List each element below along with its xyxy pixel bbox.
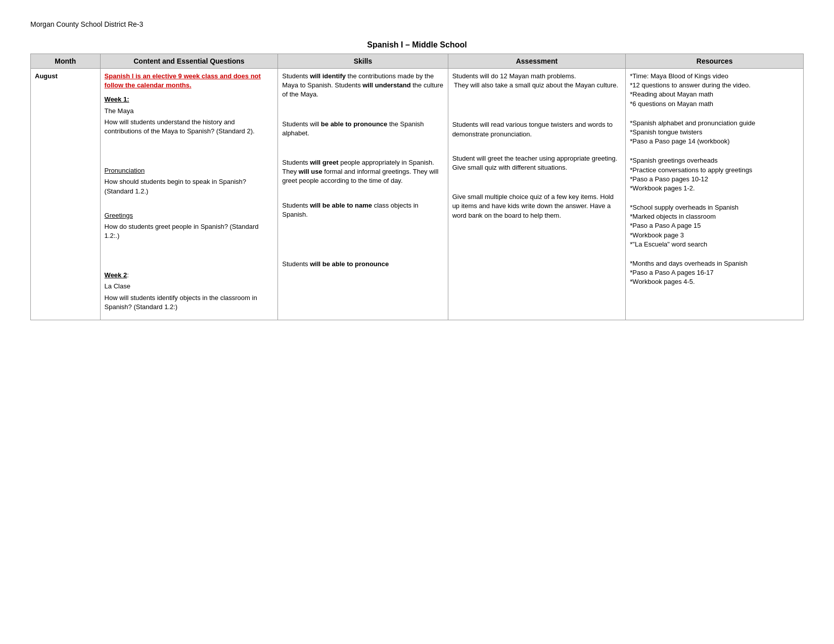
- assessment-block-2: Students will read various tongue twiste…: [452, 120, 622, 138]
- assessment-block-3: Student will greet the teacher using app…: [452, 154, 622, 172]
- course-title: Spanish I – Middle School: [30, 40, 804, 49]
- curriculum-table: Month Content and Essential Questions Sk…: [30, 54, 804, 320]
- topic-maya: The Maya: [105, 107, 274, 116]
- month-cell: August: [31, 69, 101, 320]
- content-week1: Week 1: The Maya How will students under…: [105, 95, 274, 136]
- resources-block-5: *Months and days overheads in Spanish*Pa…: [630, 259, 799, 287]
- content-cell: Spanish I is an elective 9 week class an…: [100, 69, 278, 320]
- month-label: August: [35, 72, 58, 80]
- header-assessment: Assessment: [448, 54, 626, 69]
- assessment-block-4: Give small multiple choice quiz of a few…: [452, 192, 622, 220]
- resources-block-1: *Time: Maya Blood of Kings video*12 ques…: [630, 72, 799, 109]
- skills-block-1: Students will identify the contributions…: [282, 72, 443, 100]
- resources-block-3: *Spanish greetings overheads*Practice co…: [630, 156, 799, 193]
- week2-label: Week 2:: [105, 271, 274, 280]
- assessment-cell: Students will do 12 Mayan math problems.…: [448, 69, 626, 320]
- pronunciation-label: Pronunciation: [105, 166, 274, 175]
- header-skills: Skills: [278, 54, 448, 69]
- skills-cell: Students will identify the contributions…: [278, 69, 448, 320]
- content-pronunciation: Pronunciation How should students begin …: [105, 166, 274, 196]
- question-greetings: How do students greet people in Spanish?…: [105, 222, 274, 240]
- content-week2: Week 2: La Clase How will students ident…: [105, 271, 274, 312]
- resources-block-4: *School supply overheads in Spanish*Mark…: [630, 203, 799, 249]
- question-maya: How will students understand the history…: [105, 118, 274, 136]
- skills-block-4: Students will be able to name class obje…: [282, 201, 443, 219]
- skills-block-5: Students will be able to pronounce: [282, 260, 443, 269]
- question-pronunciation: How should students begin to speak in Sp…: [105, 177, 274, 195]
- topic-laclase: La Clase: [105, 282, 274, 291]
- content-greetings: Greetings How do students greet people i…: [105, 211, 274, 241]
- content-intro: Spanish I is an elective 9 week class an…: [105, 72, 274, 90]
- assessment-block-1: Students will do 12 Mayan math problems.…: [452, 72, 622, 90]
- skills-block-2: Students will be able to pronounce the S…: [282, 120, 443, 138]
- greetings-label: Greetings: [105, 211, 274, 220]
- week1-label: Week 1:: [105, 95, 274, 104]
- question-laclase: How will students identify objects in th…: [105, 293, 274, 312]
- header-month: Month: [31, 54, 101, 69]
- resources-cell: *Time: Maya Blood of Kings video*12 ques…: [626, 69, 804, 320]
- resources-block-2: *Spanish alphabet and pronunciation guid…: [630, 119, 799, 146]
- content-intro-text: Spanish I is an elective 9 week class an…: [105, 72, 261, 89]
- table-row: August Spanish I is an elective 9 week c…: [31, 69, 804, 320]
- district-title: Morgan County School District Re-3: [30, 20, 804, 28]
- header-content: Content and Essential Questions: [100, 54, 278, 69]
- header-resources: Resources: [626, 54, 804, 69]
- skills-block-3: Students will greet people appropriately…: [282, 158, 443, 186]
